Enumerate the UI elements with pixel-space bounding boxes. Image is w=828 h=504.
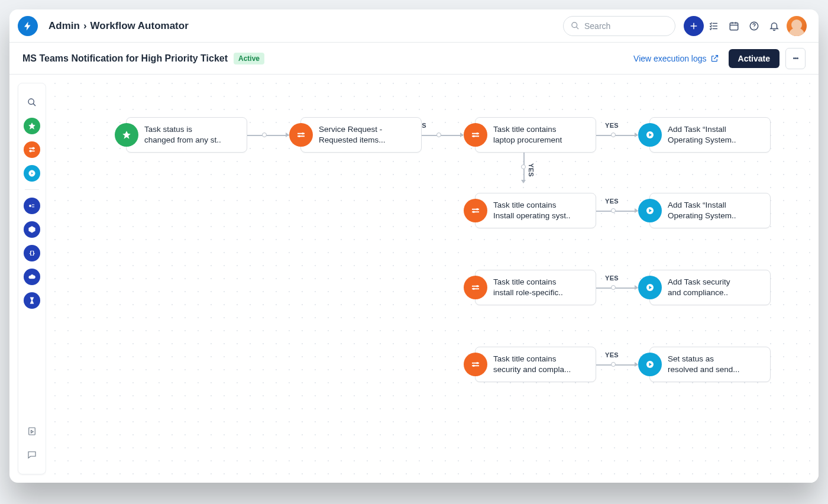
node-action5a-text: Set status asresolved and send... [668,354,740,375]
branch-yes-3a: YES [605,198,619,205]
global-search[interactable]: Search [563,16,675,36]
svg-point-0 [572,22,577,28]
svg-text:{}: {} [29,250,35,256]
node-cond1-text: Service Request -Requested items... [319,124,386,146]
svg-point-37 [473,135,474,137]
node-action3a-text: Add Task “InstallOperating System.. [668,200,736,221]
more-actions-button[interactable] [785,48,806,69]
node-action-3a[interactable]: Add Task “InstallOperating System.. [649,193,771,228]
toolbox-cloud[interactable] [24,269,40,285]
svg-point-48 [476,285,478,287]
new-button[interactable] [684,16,704,36]
action-icon [638,123,662,147]
branch-yes-5a: YES [605,351,619,358]
breadcrumb[interactable]: Admin › Workflow Automator [48,20,189,32]
node-cond3-text: Task title containsInstall operating sys… [493,200,571,221]
svg-marker-28 [31,431,34,434]
toolbox-timer[interactable] [24,292,40,309]
view-logs-link[interactable]: View execution logs [633,54,719,63]
node-condition-2[interactable]: Task title containslaptop procurement [475,117,596,153]
svg-point-36 [476,133,478,134]
node-cond2-text: Task title containslaptop procurement [493,124,562,146]
toolbox-package[interactable] [24,221,40,238]
search-icon [571,21,580,30]
toolbox-templates[interactable] [24,423,40,440]
condition-icon [464,353,487,376]
node-condition-1[interactable]: Service Request -Requested items... [300,117,422,153]
action-icon [638,199,662,222]
condition-icon [464,276,487,299]
toolbox-condition[interactable] [24,141,40,158]
svg-line-1 [576,27,578,29]
toolbox-trigger[interactable] [24,118,40,134]
svg-point-22 [29,205,31,207]
svg-point-33 [298,135,300,137]
svg-point-32 [302,133,303,134]
svg-point-54 [476,362,478,364]
checklist-icon [709,21,719,31]
plus-icon [688,21,699,31]
toolbox-chat[interactable] [24,447,40,463]
toolbox-webhook[interactable]: {} [24,245,40,261]
svg-line-14 [33,104,35,106]
svg-point-42 [476,208,478,210]
svg-point-55 [473,365,474,367]
svg-rect-7 [730,22,738,30]
bell-icon [769,21,780,31]
tasks-button[interactable] [704,16,724,36]
status-badge: Active [234,53,264,64]
brand-logo[interactable] [18,16,38,36]
app-window: Admin › Workflow Automator Search MS Tea… [9,9,819,483]
breadcrumb-root[interactable]: Admin [48,20,80,32]
svg-point-43 [473,211,474,213]
toolbox-form[interactable] [24,198,40,214]
node-condition-3[interactable]: Task title containsInstall operating sys… [475,193,596,228]
node-trigger-text: Task status ischanged from any st.. [144,124,221,146]
svg-marker-15 [29,123,35,130]
branch-yes-down: YES [528,163,535,177]
branch-yes-4a: YES [605,274,619,282]
svg-point-13 [28,99,34,104]
view-logs-label: View execution logs [633,54,706,63]
workflow-canvas[interactable]: YES YES YES YES YES YES [46,75,819,483]
node-action-4a[interactable]: Add Task securityand compliance.. [649,270,771,305]
toolbox-action[interactable] [24,165,40,182]
calendar-icon [729,21,739,31]
node-action2a-text: Add Task “InstallOperating System.. [668,124,736,146]
help-button[interactable] [744,16,764,36]
workspace: {} YES [9,75,819,483]
activate-button[interactable]: Activate [729,49,780,68]
action-icon [638,276,662,299]
breadcrumb-separator: › [83,20,87,32]
search-placeholder: Search [584,21,610,31]
node-trigger[interactable]: Task status ischanged from any st.. [126,117,247,153]
node-action4a-text: Add Task securityand compliance.. [668,277,730,298]
external-link-icon [710,54,719,63]
global-header: Admin › Workflow Automator Search [9,9,819,43]
page-title: MS Teams Notification for High Priority … [22,53,228,64]
svg-point-12 [753,28,754,28]
node-toolbox: {} [18,83,46,474]
trigger-icon [115,123,138,147]
node-action-5a[interactable]: Set status asresolved and send... [649,347,771,382]
breadcrumb-page[interactable]: Workflow Automator [90,20,189,32]
user-avatar[interactable] [787,16,807,36]
node-cond4-text: Task title containsinstall role-specific… [493,277,563,298]
toolbox-search[interactable] [24,94,40,111]
svg-point-18 [33,147,35,150]
calendar-button[interactable] [724,16,744,36]
condition-icon [289,123,313,147]
svg-marker-29 [122,131,131,139]
branch-yes-2a: YES [605,122,619,129]
notifications-button[interactable] [764,16,784,36]
condition-icon [464,123,487,147]
svg-point-49 [473,288,474,290]
page-subheader: MS Teams Notification for High Priority … [9,43,819,75]
node-action-2a[interactable]: Add Task “InstallOperating System.. [649,117,771,153]
node-condition-5[interactable]: Task title containssecurity and compla..… [475,347,596,382]
help-icon [749,21,759,31]
svg-point-19 [30,150,32,153]
node-cond5-text: Task title containssecurity and compla..… [493,354,571,375]
node-condition-4[interactable]: Task title containsinstall role-specific… [475,270,596,305]
condition-icon [464,199,487,222]
